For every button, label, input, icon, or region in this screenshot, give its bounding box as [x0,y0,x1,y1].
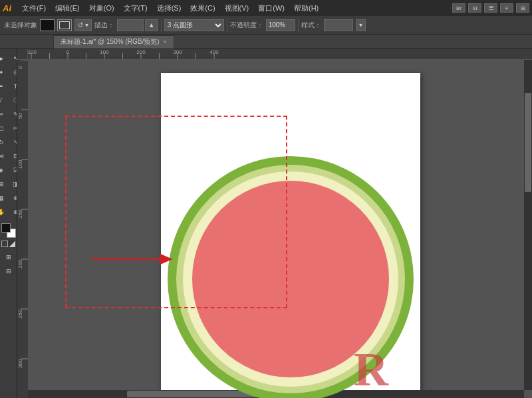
scissors-tool[interactable]: ✂ [9,122,18,135]
paintbrush-tool[interactable]: ✏ [0,108,9,121]
watermelon-svg: R [161,73,420,398]
v-scroll-thumb[interactable] [525,93,531,192]
graph-tool[interactable]: ▦ [0,191,9,205]
stroke-swatch[interactable] [57,19,72,31]
artboard-tool[interactable]: ⊞ [1,250,16,264]
menu-help[interactable]: 帮助(H) [290,2,323,15]
magic-wand-tool[interactable]: ✦ [0,66,9,79]
free-transform-tool[interactable]: ⊡ [9,149,18,163]
tool-row-10: ⊞ ◨ [0,177,17,191]
vertical-ruler [17,60,28,398]
menu-view[interactable]: 视图(V) [221,2,253,15]
menu-object[interactable]: 对象(O) [85,2,118,15]
fg-bg-swatches [1,223,16,238]
symbol-tool[interactable]: ⊛ [9,191,18,205]
ruler-top-row [17,49,532,60]
menu-edit[interactable]: 编辑(E) [51,2,84,15]
menu-type[interactable]: 文字(T) [120,2,152,15]
direct-select-tool[interactable]: ↖ [9,52,18,65]
menu-bar: Ai 文件(F) 编辑(E) 对象(O) 文字(T) 选择(S) 效果(C) 视… [0,0,532,16]
canvas-with-rulers: R [17,49,532,398]
pen-tool[interactable]: ✒ [0,80,9,93]
svg-text:R: R [354,343,389,396]
eraser-tool[interactable]: ◻ [0,122,9,135]
gradient-tool[interactable]: ◨ [9,177,18,191]
menu-window[interactable]: 窗口(W) [254,2,289,15]
style-dropdown[interactable]: ▾ [356,19,366,31]
tool-row-6: ◻ ✂ [0,122,17,135]
tool-row-8: ⋈ ⊡ [0,149,17,163]
type-tool[interactable]: T [9,80,18,93]
color-area [1,223,16,247]
tool-row-7: ↻ ⤡ [0,136,17,149]
fill-swatch[interactable] [40,19,55,31]
options-bar: 未选择对象 ↺ ▾ 描边： ▲ 3 点圆形 不透明度： 样式： ▾ [0,16,532,35]
stroke-btn[interactable]: ↺ ▾ [74,19,92,31]
style-label: 样式： [301,21,321,30]
app-logo: Ai [3,3,11,13]
hand-tool[interactable]: ✋ [0,205,9,219]
top-right-icons: Br St ☰ ≡ ⊞ [452,3,529,13]
tool-row-9: ◈ ☑ [0,163,17,177]
side-and-canvas: R [17,60,532,398]
stroke-label: 描边： [94,21,114,30]
bottom-tools: ⊞ ⊟ [1,250,16,278]
shape-tool[interactable]: □ [9,94,18,107]
tool-row-3: ✒ T [0,80,17,93]
line-tool[interactable]: / [0,94,9,107]
brush-select[interactable]: 3 点圆形 [164,19,224,31]
menu-effect[interactable]: 效果(C) [186,2,219,15]
tool-row-5: ✏ ✎ [0,108,17,121]
tool-row-2: ✦ ⊙ [0,66,17,79]
workspace-icon[interactable]: ≡ [500,3,513,13]
tab-label: 未标题-1.ai* @ 150% (RGB/预览) [61,37,160,47]
mesh-tool[interactable]: ⊞ [0,177,9,191]
status-label: 未选择对象 [4,21,37,30]
zoom-tool[interactable]: ⊕ [9,205,18,219]
tool-row-4: / □ [0,94,17,107]
opacity-label: 不透明度： [230,21,263,30]
document-tab[interactable]: 未标题-1.ai* @ 150% (RGB/预览) × [53,35,174,49]
slice-tool[interactable]: ⊟ [1,264,16,278]
style-icon[interactable]: St [468,3,481,13]
stroke-input[interactable] [117,19,144,31]
ruler-corner [17,49,28,60]
scale-tool[interactable]: ⤡ [9,136,18,149]
lasso-tool[interactable]: ⊙ [9,66,18,79]
arrange-icon2[interactable]: ⊞ [516,3,529,13]
none-swatch[interactable] [1,241,8,247]
select-tool[interactable]: ▶ [0,52,9,65]
foreground-swatch[interactable] [1,223,11,233]
ruler-canvas-area: R [17,49,532,398]
eyedropper-tool[interactable]: ☑ [9,163,18,177]
tool-row-1: ▶ ↖ [0,52,17,65]
stroke-up[interactable]: ▲ [145,19,158,31]
pencil-tool[interactable]: ✎ [9,108,18,121]
bridge-icon[interactable]: Br [452,3,466,13]
tab-bar: 未标题-1.ai* @ 150% (RGB/预览) × [0,35,532,49]
horizontal-ruler [28,49,532,60]
rotate-tool[interactable]: ↻ [0,136,9,149]
tool-row-11: ▦ ⊛ [0,191,17,205]
tool-row-12: ✋ ⊕ [0,205,17,219]
opacity-input[interactable] [266,19,295,31]
menu-file[interactable]: 文件(F) [18,2,50,15]
canvas-viewport[interactable]: R [28,60,532,398]
arrange-icon[interactable]: ☰ [484,3,497,13]
watermelon-illustration: R [161,73,420,398]
tab-close-button[interactable]: × [164,39,167,45]
main-area: ▶ ↖ ✦ ⊙ ✒ T / □ ✏ ✎ ◻ ✂ ↻ ⤡ ⋈ ⊡ [0,49,532,398]
menu-select[interactable]: 选择(S) [153,2,186,15]
v-scrollbar[interactable] [524,60,532,390]
left-toolbar: ▶ ↖ ✦ ⊙ ✒ T / □ ✏ ✎ ◻ ✂ ↻ ⤡ ⋈ ⊡ [0,49,17,398]
arrow-indicator [88,249,181,270]
warp-tool[interactable]: ⋈ [0,149,9,163]
blend-tool[interactable]: ◈ [0,163,9,177]
gradient-swatch[interactable] [9,241,15,247]
